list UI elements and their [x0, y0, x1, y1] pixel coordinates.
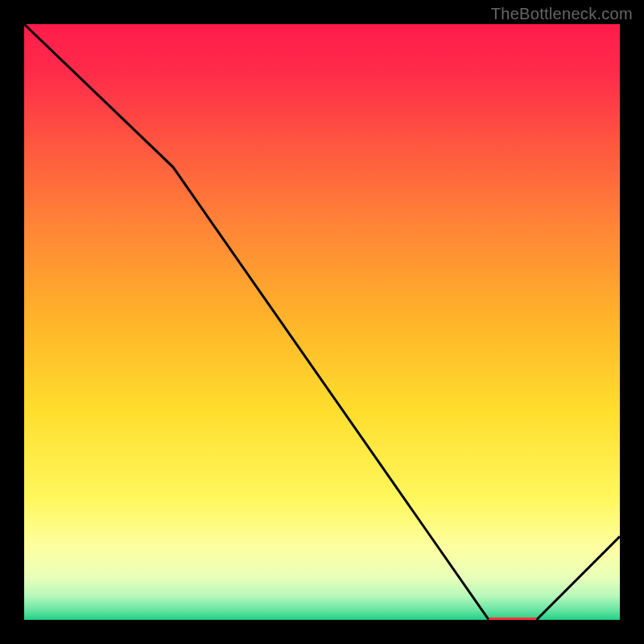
watermark-text: TheBottleneck.com [491, 5, 633, 23]
chart-line-layer [24, 24, 620, 620]
optimal-marker [489, 617, 536, 620]
bottleneck-curve-line [24, 24, 620, 620]
chart-plot-area [24, 24, 620, 620]
